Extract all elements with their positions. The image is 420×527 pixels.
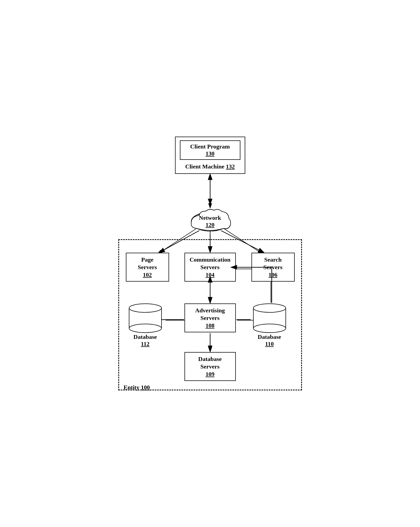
db-servers-box: DatabaseServers 109	[184, 352, 236, 381]
client-program-label: Client Program	[190, 143, 230, 150]
diagram-container: Client Program 130 Client Machine 132 Ne…	[105, 131, 315, 396]
page-servers-box: PageServers 102	[126, 253, 169, 282]
svg-point-16	[253, 324, 286, 333]
db112-label: Database	[133, 333, 157, 340]
db112-number: 112	[141, 340, 150, 347]
comm-servers-box: CommunicationServers 104	[184, 253, 236, 282]
db-servers-number: 109	[189, 371, 231, 378]
entity-number: 100	[141, 384, 150, 391]
client-program-box: Client Program 130	[180, 140, 240, 160]
db110-label: Database	[258, 333, 281, 340]
svg-point-17	[253, 304, 286, 312]
search-servers-box: SearchServers 106	[251, 253, 295, 282]
db110-svg	[252, 303, 287, 335]
database-112: Database 112	[126, 303, 164, 347]
search-servers-label: SearchServers	[263, 256, 283, 271]
client-machine-label: Client Machine	[185, 163, 226, 170]
db112-svg	[128, 303, 163, 335]
client-machine-box: Client Program 130 Client Machine 132	[175, 137, 245, 174]
client-program-number: 130	[206, 150, 214, 157]
svg-point-14	[129, 304, 162, 312]
adv-servers-label: AdvertisingServers	[195, 307, 225, 321]
adv-servers-box: AdvertisingServers 108	[184, 303, 236, 332]
client-machine-number: 132	[226, 163, 235, 170]
network-label: Network	[199, 214, 221, 221]
search-servers-number: 106	[256, 271, 290, 278]
entity-label: Entity 100	[124, 384, 150, 391]
network-cloud: Network 120	[186, 204, 234, 234]
page-servers-label: PageServers	[138, 256, 157, 271]
adv-servers-number: 108	[189, 322, 231, 329]
comm-servers-label: CommunicationServers	[190, 256, 231, 271]
db-servers-label: DatabaseServers	[198, 356, 222, 370]
database-110: Database 110	[251, 303, 288, 347]
page-servers-number: 102	[131, 271, 164, 278]
svg-point-13	[129, 324, 162, 333]
db110-number: 110	[265, 340, 274, 347]
network-number: 120	[206, 221, 214, 228]
comm-servers-number: 104	[189, 271, 231, 278]
